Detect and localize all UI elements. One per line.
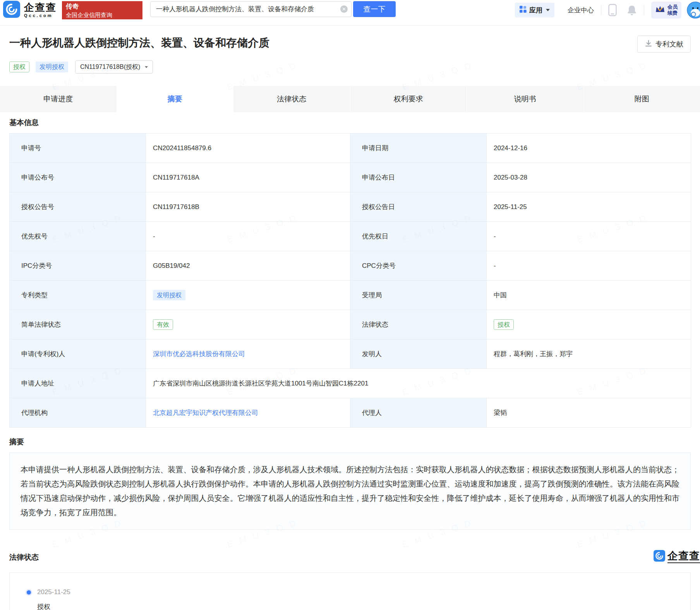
tab-application-progress[interactable]: 申请进度 bbox=[0, 86, 117, 112]
field-label: 申请人地址 bbox=[10, 369, 146, 398]
qcc-brand-icon bbox=[654, 550, 665, 563]
tab-legal-status[interactable]: 法律状态 bbox=[233, 86, 350, 112]
table-row: 优先权号 - 优先权日 - bbox=[10, 222, 691, 251]
field-label: 申请号 bbox=[10, 134, 146, 163]
field-value: 中国 bbox=[487, 281, 691, 310]
agency-link[interactable]: 北京超凡宏宇知识产权代理有限公司 bbox=[153, 409, 258, 416]
field-value: 广东省深圳市南山区桃源街道长源社区学苑大道1001号南山智园C1栋2201 bbox=[146, 369, 691, 398]
field-label: 申请公布号 bbox=[10, 163, 146, 192]
field-label: 申请(专利权)人 bbox=[10, 339, 146, 369]
member-label: 会员 续费 bbox=[667, 4, 678, 17]
field-value: 程群，葛利刚，王振，郑宇 bbox=[487, 339, 691, 369]
legal-status-section-header: 法律状态 企查查 bbox=[9, 552, 691, 562]
field-label: 申请日期 bbox=[350, 134, 487, 163]
tab-claims[interactable]: 权利要求 bbox=[350, 86, 467, 112]
divider bbox=[644, 5, 644, 15]
tab-abstract[interactable]: 摘要 bbox=[117, 86, 234, 112]
legal-status-badge: 授权 bbox=[494, 319, 514, 330]
tab-description[interactable]: 说明书 bbox=[467, 86, 584, 112]
qcc-logo-domain: Qcc.com bbox=[24, 14, 57, 18]
enterprise-center-link[interactable]: 企业中心 bbox=[568, 6, 594, 15]
table-row: 申请人地址 广东省深圳市南山区桃源街道长源社区学苑大道1001号南山智园C1栋2… bbox=[10, 369, 691, 398]
apps-grid-icon bbox=[520, 6, 527, 14]
applicant-link[interactable]: 深圳市优必选科技股份有限公司 bbox=[153, 350, 245, 358]
field-value: 发明授权 bbox=[146, 281, 350, 310]
badge-row: 授权 发明授权 CN119717618B(授权) bbox=[9, 60, 691, 74]
chevron-down-icon bbox=[546, 9, 550, 11]
basic-info-table: 申请号 CN202411854879.6 申请日期 2024-12-16 申请公… bbox=[9, 133, 691, 428]
basic-info-heading: 基本信息 bbox=[9, 118, 691, 128]
table-row: 专利类型 发明授权 受理局 中国 bbox=[10, 281, 691, 310]
field-value: 北京超凡宏宇知识产权代理有限公司 bbox=[146, 398, 350, 428]
field-value: 2025-03-28 bbox=[487, 163, 691, 192]
field-label: 授权公告日 bbox=[350, 192, 487, 222]
simple-legal-status-badge: 有效 bbox=[153, 319, 173, 330]
field-value: 2025-11-25 bbox=[487, 192, 691, 222]
timeline-item: 2025-11-25 bbox=[27, 588, 690, 596]
field-label: CPC分类号 bbox=[350, 251, 487, 281]
search-button[interactable]: 查一下 bbox=[353, 1, 396, 17]
timeline-status: 授权 bbox=[37, 602, 690, 610]
chevron-down-icon bbox=[145, 66, 148, 68]
field-label: 法律状态 bbox=[350, 310, 487, 339]
field-label: 代理机构 bbox=[10, 398, 146, 428]
clear-icon[interactable]: ✕ bbox=[340, 5, 348, 13]
field-value: 2024-12-16 bbox=[487, 134, 691, 163]
qcc-brand-mark: 企查查 bbox=[654, 550, 700, 563]
field-value: - bbox=[146, 222, 350, 251]
abstract-heading: 摘要 bbox=[9, 437, 691, 447]
grant-status-badge: 授权 bbox=[9, 62, 29, 72]
apps-label: 应用 bbox=[529, 6, 542, 15]
field-label: 发明人 bbox=[350, 339, 487, 369]
field-value: G05B19/042 bbox=[146, 251, 350, 281]
field-value: CN119717618A bbox=[146, 163, 350, 192]
field-value: 授权 bbox=[487, 310, 691, 339]
table-row: 授权公告号 CN119717618B 授权公告日 2025-11-25 bbox=[10, 192, 691, 222]
tab-drawings[interactable]: 附图 bbox=[584, 86, 700, 112]
download-icon bbox=[645, 39, 652, 49]
table-row: 申请号 CN202411854879.6 申请日期 2024-12-16 bbox=[10, 134, 691, 163]
field-value: 梁韬 bbox=[487, 398, 691, 428]
table-row: 简单法律状态 有效 法律状态 授权 bbox=[10, 310, 691, 339]
table-row: IPC分类号 G05B19/042 CPC分类号 - bbox=[10, 251, 691, 281]
field-label: 申请公布日 bbox=[350, 163, 487, 192]
field-label: 简单法律状态 bbox=[10, 310, 146, 339]
qcc-logo-text: 企查查 Qcc.com bbox=[24, 2, 57, 18]
mobile-app-icon[interactable] bbox=[608, 4, 617, 16]
top-header: 企查查 Qcc.com 传奇 全国企业信用查询 ✕ 查一下 应用 企业中心 bbox=[0, 0, 700, 26]
field-value: CN119717618B bbox=[146, 192, 350, 222]
timeline-date: 2025-11-25 bbox=[37, 588, 70, 596]
divider bbox=[601, 5, 601, 15]
legal-status-timeline: 2025-11-25 授权 bbox=[9, 572, 691, 610]
qcc-brand-text: 企查查 bbox=[667, 550, 700, 563]
crown-icon bbox=[655, 5, 665, 15]
field-label: 代理人 bbox=[350, 398, 487, 428]
top-nav: 应用 企业中心 会员 bbox=[515, 1, 700, 19]
field-label: 授权公告号 bbox=[10, 192, 146, 222]
patent-type-badge: 发明授权 bbox=[153, 290, 185, 300]
promo-line1: 传奇 bbox=[66, 2, 139, 11]
main-content: 一种人形机器人跌倒控制方法、装置、设备和存储介质 专利文献 授权 发明授权 CN… bbox=[0, 36, 700, 74]
mascot-service-icon[interactable] bbox=[687, 2, 700, 19]
table-row: 申请(专利权)人 深圳市优必选科技股份有限公司 发明人 程群，葛利刚，王振，郑宇 bbox=[10, 339, 691, 369]
qcc-logo-name: 企查查 bbox=[24, 2, 57, 12]
search-box: ✕ bbox=[150, 1, 352, 17]
qcc-logo[interactable]: 企查查 Qcc.com bbox=[3, 1, 57, 19]
field-label: 专利类型 bbox=[10, 281, 146, 310]
field-value: CN202411854879.6 bbox=[146, 134, 350, 163]
apps-menu[interactable]: 应用 bbox=[515, 3, 554, 17]
field-label: IPC分类号 bbox=[10, 251, 146, 281]
field-value: 深圳市优必选科技股份有限公司 bbox=[146, 339, 350, 369]
field-value: - bbox=[487, 222, 691, 251]
bell-icon[interactable] bbox=[627, 5, 637, 15]
search-input[interactable] bbox=[150, 1, 352, 17]
field-label: 受理局 bbox=[350, 281, 487, 310]
member-renew-button[interactable]: 会员 续费 bbox=[651, 2, 681, 19]
field-label: 优先权日 bbox=[350, 222, 487, 251]
field-value: 有效 bbox=[146, 310, 350, 339]
invention-grant-badge: 发明授权 bbox=[36, 62, 68, 72]
download-patent-button[interactable]: 专利文献 bbox=[637, 36, 691, 53]
promo-badge: 传奇 全国企业信用查询 bbox=[62, 1, 142, 19]
field-label: 优先权号 bbox=[10, 222, 146, 251]
publication-select[interactable]: CN119717618B(授权) bbox=[75, 60, 153, 74]
